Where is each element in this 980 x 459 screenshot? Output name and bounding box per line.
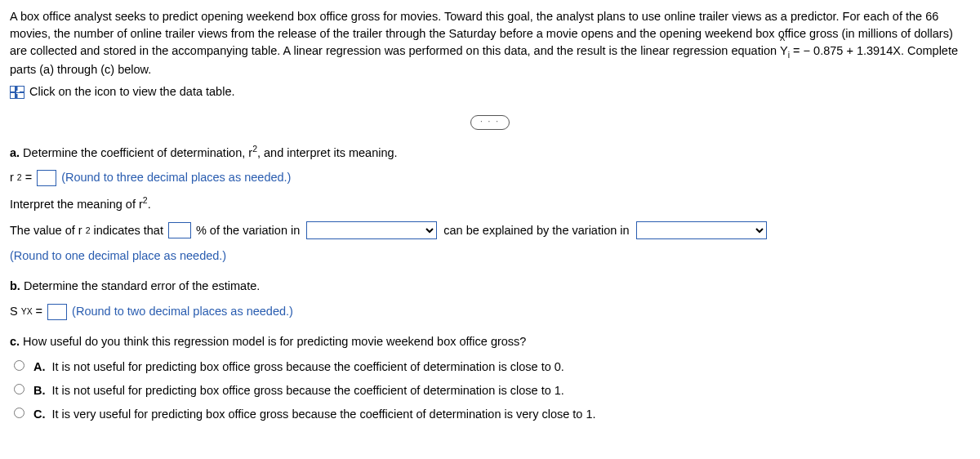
option-c-text: It is very useful for predicting box off… [52,406,596,423]
syx-s: S [10,303,18,320]
r2-input[interactable] [37,170,56,186]
part-a-label: a. [10,145,20,158]
data-table-icon[interactable] [10,86,24,99]
option-a-text: It is not useful for predicting box offi… [52,359,564,376]
syx-sub: YX [21,305,33,318]
equals-1: = [25,169,32,186]
part-b-label: b. [10,279,20,292]
part-a-text2: , and interpret its meaning. [257,145,398,158]
part-a: a. Determine the coefficient of determin… [10,143,970,265]
part-b-text: Determine the standard error of the esti… [20,279,260,292]
part-b: b. Determine the standard error of the e… [10,278,970,320]
option-b-text: It is not useful for predicting box offi… [52,382,564,399]
sent-p3: % of the variation in [196,222,300,239]
variation-dropdown-2[interactable] [636,221,767,239]
sent-p2: indicates that [93,222,163,239]
percent-input[interactable] [168,222,191,238]
option-b-radio[interactable] [14,384,24,394]
content-divider-icon: · · · [470,115,510,130]
sup-2-a2: 2 [17,172,22,184]
problem-intro: A box office analyst seeks to predict op… [10,8,970,78]
interpret-head-post: . [148,198,151,211]
part-c-text: How useful do you think this regression … [20,335,526,348]
r2-symbol: r [10,169,14,186]
part-c-label: c. [10,335,20,348]
option-a-radio[interactable] [14,360,24,371]
y-hat-symbol: ^Y [780,42,788,60]
data-table-link[interactable]: Click on the icon to view the data table… [29,83,234,100]
option-a-label: A. [33,359,46,376]
sent-p4: can be explained by the variation in [443,222,629,239]
option-c-radio[interactable] [14,408,24,418]
part-a-text: Determine the coefficient of determinati… [20,145,252,158]
interpret-head-pre: Interpret the meaning of r [10,198,143,211]
variation-dropdown-1[interactable] [306,221,437,239]
syx-round-hint: (Round to two decimal places as needed.) [72,303,293,320]
option-c-label: C. [33,406,46,423]
sent-p1: The value of r [10,222,82,239]
syx-input[interactable] [47,304,67,320]
part-c: c. How useful do you think this regressi… [10,333,970,423]
r2-round-hint: (Round to three decimal places as needed… [61,169,291,186]
option-b-label: B. [33,382,46,399]
percent-round-hint: (Round to one decimal place as needed.) [10,247,970,265]
equals-2: = [36,303,42,320]
sup-2-a4: 2 [86,225,91,237]
